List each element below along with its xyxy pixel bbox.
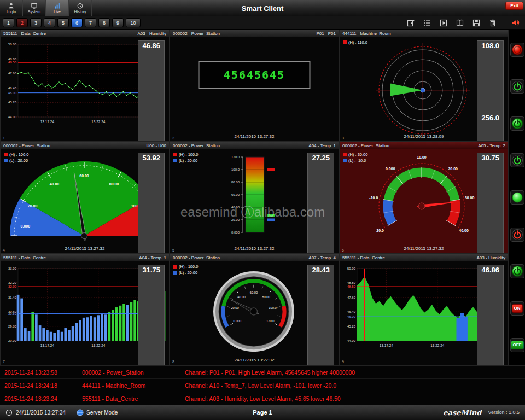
run-icon[interactable] bbox=[438, 18, 449, 28]
alarm-time: 2015-11-24 13:23:58 bbox=[4, 369, 82, 376]
nav-login[interactable]: Login bbox=[0, 0, 23, 16]
tab-page-3[interactable]: 3 bbox=[30, 18, 42, 27]
nav-live[interactable]: Live bbox=[46, 0, 69, 16]
tab-page-7[interactable]: 7 bbox=[85, 18, 96, 27]
panel-radar-gauge: 444111 - Machine_Room (H) : 110.0 108.0 … bbox=[339, 30, 509, 142]
svg-text:45.20: 45.20 bbox=[8, 101, 17, 104]
alarm-row[interactable]: 2015-11-24 13:23:58 000002 - Power_Stati… bbox=[0, 366, 525, 379]
high-limit-label: (H) : 100.0 bbox=[9, 152, 28, 157]
panel-vertical-bar-gauge: 000002 - Power_Station A04 - Temp_1 120.… bbox=[170, 142, 339, 254]
page-label: Page 1 bbox=[253, 409, 272, 416]
red-round-button-icon bbox=[511, 44, 523, 56]
alarm-message: Channel: A10 - Temp_7, Low Level Alarm, … bbox=[185, 382, 521, 389]
panel-semicircle-gauge: 000002 - Power_Station U00 - U00 0.00020… bbox=[0, 142, 170, 254]
power-toggle-4[interactable] bbox=[510, 264, 524, 278]
nav-login-label: Login bbox=[7, 10, 16, 14]
status-led-green[interactable] bbox=[510, 190, 524, 205]
edit-icon[interactable] bbox=[405, 18, 416, 28]
history-clock-icon bbox=[77, 2, 84, 9]
panel-humidity-trend: 555111 - Data_Centre A03 - Humidity 50.0… bbox=[0, 30, 170, 142]
value-badge-bottom: 256.0 bbox=[477, 113, 504, 123]
value-badge: 30.75 bbox=[477, 153, 504, 254]
live-chart-icon bbox=[54, 2, 61, 9]
panel-channel: U00 - U00 bbox=[147, 143, 166, 148]
svg-text:120.0: 120.0 bbox=[266, 319, 274, 323]
svg-text:30.00: 30.00 bbox=[465, 196, 475, 200]
tab-page-1[interactable]: 1 bbox=[3, 18, 14, 27]
tab-page-4[interactable]: 4 bbox=[44, 18, 55, 27]
value-badge: 46.86 bbox=[138, 40, 165, 142]
panel-station: 555111 - Data_Centre bbox=[3, 31, 46, 36]
off-button-label: OFF bbox=[511, 341, 524, 349]
nav-system[interactable]: System bbox=[23, 0, 46, 16]
list-icon[interactable] bbox=[422, 18, 433, 28]
low-limit-swatch bbox=[4, 159, 8, 162]
panel-header: 000002 - Power_Station A04 - Temp_1 bbox=[170, 142, 339, 149]
svg-text:46.40: 46.40 bbox=[347, 310, 356, 313]
svg-text:20.00: 20.00 bbox=[231, 306, 238, 310]
easemind-logo: easeMind bbox=[443, 409, 481, 417]
book-icon[interactable] bbox=[454, 18, 465, 28]
alarm-row[interactable]: 2015-11-24 13:23:24 555111 - Data_Centre… bbox=[0, 392, 525, 405]
low-limit-label: (L) : 20.00 bbox=[9, 158, 28, 163]
panel-station: 000002 - Power_Station bbox=[342, 143, 389, 148]
value-badge: 28.43 bbox=[307, 265, 334, 365]
panel-header: 444111 - Machine_Room bbox=[340, 30, 508, 37]
status-mode: Server Mode bbox=[86, 410, 118, 416]
value-badge: 31.75 bbox=[138, 265, 165, 365]
svg-text:13:17:24: 13:17:24 bbox=[40, 120, 55, 124]
panel-arc-gauge-alarm: 000002 - Power_Station A05 - Temp_2 -20.… bbox=[339, 142, 509, 254]
panel-channel: A03 - Humidity bbox=[138, 31, 166, 36]
svg-text:100.0: 100.0 bbox=[231, 168, 240, 171]
legend: (H) : 100.0 (L) : 20.00 bbox=[4, 152, 28, 163]
save-icon[interactable] bbox=[471, 18, 482, 28]
alarm-station: 555111 - Data_Centre bbox=[82, 395, 185, 402]
panel-humidity-area-trend: 555111 - Data_Centre A03 - Humidity 50.0… bbox=[339, 254, 509, 365]
tab-page-6[interactable]: 6 bbox=[71, 18, 83, 27]
tab-page-2[interactable]: 2 bbox=[16, 18, 28, 27]
nav-history-label: History bbox=[74, 10, 86, 14]
high-limit-label: (H) : 100.0 bbox=[179, 152, 198, 157]
power-toggle-1[interactable] bbox=[510, 79, 524, 94]
alarm-time: 2015-11-24 13:23:24 bbox=[4, 395, 82, 402]
svg-text:20.00: 20.00 bbox=[448, 167, 458, 171]
alarm-row[interactable]: 2015-11-24 13:24:18 444111 - Machine_Roo… bbox=[0, 379, 525, 392]
panel-timestamp: 24/11/2015 13:27:32 bbox=[1, 246, 169, 251]
nav-live-label: Live bbox=[54, 10, 61, 14]
power-toggle-3[interactable] bbox=[510, 153, 524, 167]
svg-text:0.000: 0.000 bbox=[233, 319, 241, 323]
svg-text:100.0: 100.0 bbox=[269, 306, 276, 310]
server-mode-group: Server Mode bbox=[77, 409, 118, 416]
tab-page-9[interactable]: 9 bbox=[112, 18, 124, 27]
svg-text:50.00: 50.00 bbox=[8, 43, 17, 46]
smart-client-window: Login System Live History Smart Client E… bbox=[0, 0, 525, 420]
delete-icon[interactable] bbox=[487, 18, 498, 28]
panel-number: 6 bbox=[342, 248, 344, 252]
tab-page-10[interactable]: 10 bbox=[126, 18, 141, 27]
nav-history[interactable]: History bbox=[69, 0, 92, 16]
exit-button[interactable]: Exit bbox=[505, 2, 523, 10]
low-limit-label: (L) : 20.00 bbox=[179, 270, 197, 275]
digital-value: 45645645 bbox=[224, 68, 285, 81]
status-bar: 24/11/2015 13:27:34 Server Mode Page 1 e… bbox=[0, 405, 525, 420]
off-button[interactable]: OFF bbox=[510, 338, 524, 352]
svg-text:40.00: 40.00 bbox=[237, 295, 245, 299]
power-icon-green bbox=[511, 154, 523, 166]
svg-text:120.0: 120.0 bbox=[231, 155, 240, 159]
panel-channel: A04 - Temp_1 bbox=[139, 255, 166, 260]
on-button[interactable]: ON bbox=[510, 301, 524, 316]
svg-text:48.50: 48.50 bbox=[8, 61, 17, 64]
low-limit-label: (L) : 20.00 bbox=[179, 158, 197, 163]
tab-page-5[interactable]: 5 bbox=[57, 18, 69, 27]
panel-temp-bar-trend: 555111 - Data_Centre A04 - Temp_1 33.003… bbox=[0, 254, 170, 365]
mute-icon[interactable] bbox=[509, 18, 520, 28]
emergency-stop-button[interactable] bbox=[510, 43, 524, 57]
panel-number: 9 bbox=[342, 360, 344, 364]
tab-page-8[interactable]: 8 bbox=[98, 18, 110, 27]
high-limit-label: (H) : 100.0 bbox=[179, 264, 198, 269]
power-toggle-2[interactable] bbox=[510, 116, 524, 131]
toolbar bbox=[405, 18, 520, 28]
svg-text:13:22:24: 13:22:24 bbox=[91, 343, 106, 347]
login-icon bbox=[8, 2, 15, 9]
power-toggle-red[interactable] bbox=[510, 228, 524, 242]
